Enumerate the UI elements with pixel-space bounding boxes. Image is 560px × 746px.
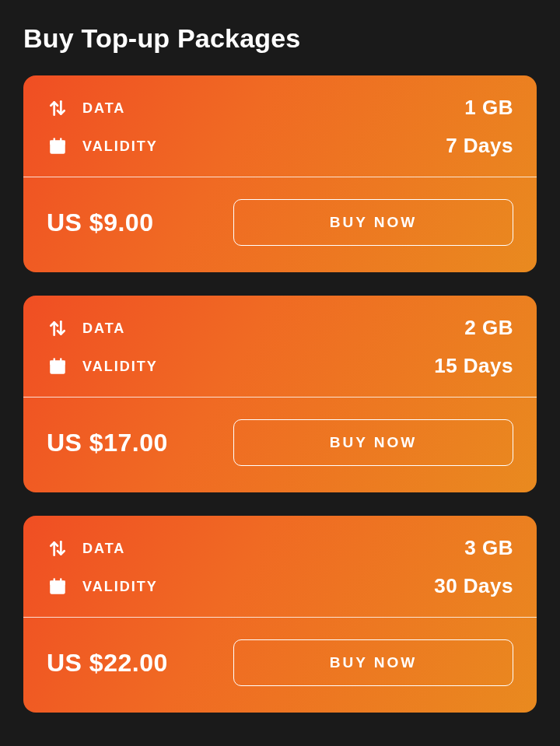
validity-value: 30 Days (434, 574, 513, 598)
validity-label: VALIDITY (82, 359, 158, 373)
validity-label: VALIDITY (82, 580, 158, 594)
calendar-icon (47, 576, 68, 597)
package-card: DATA 2 GB VALIDITY 15 Day (23, 296, 537, 492)
buy-now-button[interactable]: BUY NOW (233, 419, 513, 466)
svg-rect-2 (54, 138, 55, 142)
data-arrows-icon (47, 317, 68, 339)
svg-rect-1 (50, 140, 65, 144)
svg-rect-3 (60, 138, 61, 142)
data-label: DATA (82, 541, 125, 555)
price-value: US $17.00 (47, 429, 168, 457)
svg-rect-7 (60, 358, 61, 362)
data-arrows-icon (47, 538, 68, 559)
data-arrows-icon (47, 97, 68, 119)
data-label: DATA (82, 101, 125, 115)
validity-value: 15 Days (434, 354, 513, 378)
svg-rect-10 (54, 578, 55, 582)
buy-now-button[interactable]: BUY NOW (233, 199, 513, 246)
price-value: US $22.00 (47, 649, 168, 678)
validity-value: 7 Days (446, 134, 513, 158)
svg-rect-9 (50, 580, 65, 584)
calendar-icon (47, 355, 68, 377)
data-value: 1 GB (464, 96, 513, 120)
svg-rect-6 (54, 358, 55, 362)
svg-rect-11 (60, 578, 61, 582)
page-title: Buy Top-up Packages (23, 23, 537, 54)
price-value: US $9.00 (47, 208, 153, 237)
calendar-icon (47, 135, 68, 157)
validity-label: VALIDITY (82, 139, 158, 153)
package-card: DATA 1 GB VALIDITY 7 Days (23, 75, 537, 272)
buy-now-button[interactable]: BUY NOW (233, 639, 513, 686)
data-value: 2 GB (464, 316, 513, 340)
svg-rect-5 (50, 360, 65, 364)
package-card: DATA 3 GB VALIDITY 30 Day (23, 516, 537, 713)
data-label: DATA (82, 321, 125, 335)
data-value: 3 GB (464, 536, 513, 560)
